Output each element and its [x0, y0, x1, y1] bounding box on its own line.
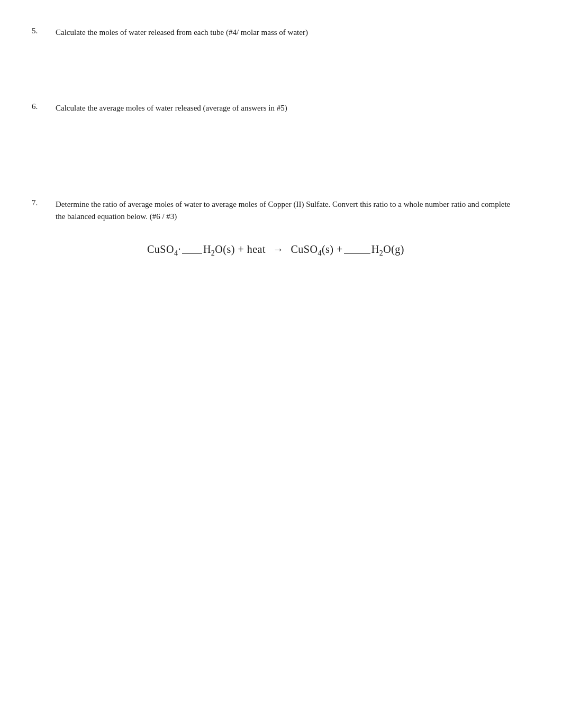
question-5-text: Calculate the moles of water released fr… — [56, 26, 520, 39]
reactant-cusо4: CuSO4· — [147, 243, 181, 258]
question-7-text: Determine the ratio of average moles of … — [56, 198, 520, 222]
reactant-water: H2O(s) + heat — [203, 243, 266, 258]
blank-coefficient-reactant[interactable] — [182, 253, 202, 254]
subscript-2-reactant: 2 — [211, 249, 215, 257]
subscript-4-product: 4 — [318, 249, 322, 257]
question-6-text: Calculate the average moles of water rel… — [56, 102, 520, 114]
product-water: H2O(g) — [371, 243, 404, 258]
question-7-block: 7. Determine the ratio of average moles … — [32, 198, 520, 222]
question-6-number: 6. — [32, 102, 56, 114]
equation-line: CuSO4· H2O(s) + heat → CuSO4(s) + H2O(g) — [147, 243, 404, 258]
question-5-block: 5. Calculate the moles of water released… — [32, 26, 520, 39]
question-5-number: 5. — [32, 26, 56, 39]
reaction-arrow: → — [270, 243, 287, 256]
subscript-4-reactant: 4 — [174, 249, 178, 257]
blank-coefficient-product[interactable] — [344, 253, 370, 254]
question-7-number: 7. — [32, 198, 56, 222]
product-cusо4: CuSO4(s) + — [291, 243, 342, 258]
subscript-2-product: 2 — [379, 249, 384, 257]
chemical-equation: CuSO4· H2O(s) + heat → CuSO4(s) + H2O(g) — [32, 243, 520, 258]
question-6-block: 6. Calculate the average moles of water … — [32, 102, 520, 114]
